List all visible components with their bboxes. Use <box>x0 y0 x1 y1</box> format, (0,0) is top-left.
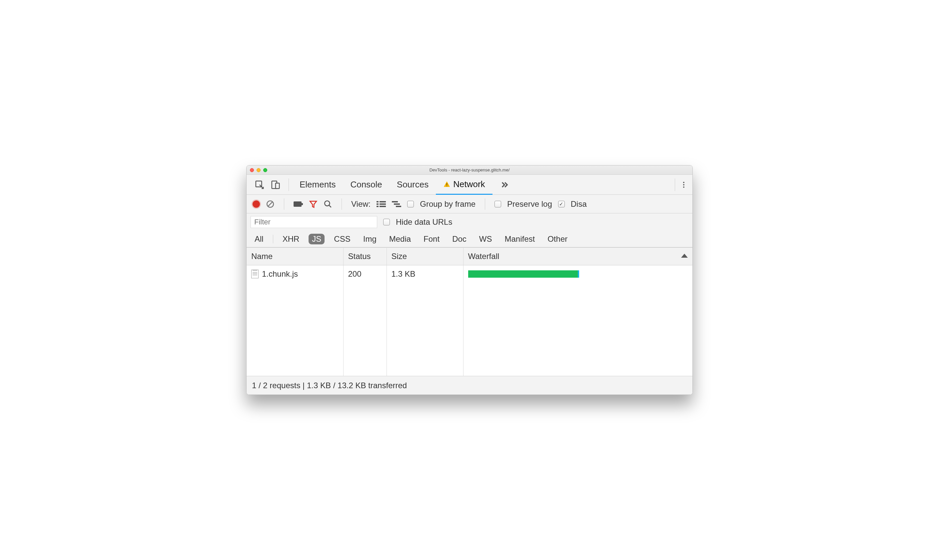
svg-rect-13 <box>376 206 379 207</box>
type-chip-js[interactable]: JS <box>308 234 325 245</box>
column-header-status[interactable]: Status <box>343 248 387 265</box>
hide-data-urls-label: Hide data URLs <box>396 217 452 227</box>
window-title: DevTools - react-lazy-suspense.glitch.me… <box>247 168 692 172</box>
column-header-size[interactable]: Size <box>387 248 463 265</box>
chevrons-right-icon <box>500 180 509 189</box>
preserve-log-label: Preserve log <box>507 199 552 209</box>
type-chip-doc[interactable]: Doc <box>449 234 470 245</box>
svg-rect-10 <box>379 201 386 202</box>
type-chip-css[interactable]: CSS <box>330 234 353 245</box>
type-chip-other[interactable]: Other <box>544 234 571 245</box>
tab-sources[interactable]: Sources <box>390 175 436 195</box>
request-size: 1.3 KB <box>387 265 463 283</box>
type-chip-ws[interactable]: WS <box>476 234 495 245</box>
titlebar: DevTools - react-lazy-suspense.glitch.me… <box>247 165 692 175</box>
filter-bar: Hide data URLs <box>247 214 692 231</box>
svg-rect-2 <box>276 183 279 188</box>
status-bar: 1 / 2 requests | 1.3 KB / 13.2 KB transf… <box>247 376 692 395</box>
waterfall-cell <box>463 265 692 283</box>
svg-rect-4 <box>447 186 447 186</box>
table-row[interactable]: 1.chunk.js 200 1.3 KB <box>247 265 692 283</box>
svg-rect-17 <box>396 206 401 207</box>
type-chip-font[interactable]: Font <box>420 234 443 245</box>
network-toolbar: View: Group by frame Preserve log ✓ Disa <box>247 195 692 214</box>
request-name: 1.chunk.js <box>262 269 298 278</box>
search-icon[interactable] <box>324 200 332 208</box>
clear-icon[interactable] <box>266 200 274 208</box>
inspect-icon[interactable] <box>254 180 265 190</box>
tab-console[interactable]: Console <box>343 175 389 195</box>
separator <box>675 178 675 191</box>
group-by-frame-checkbox[interactable] <box>407 201 414 208</box>
preserve-log-checkbox[interactable] <box>495 201 501 208</box>
filter-input[interactable] <box>251 216 377 228</box>
requests-table: Name Status Size Waterfall 1.chunk.js 20… <box>247 248 692 376</box>
capture-screenshots-icon[interactable] <box>294 200 303 208</box>
overview-icon[interactable] <box>392 200 401 208</box>
hide-data-urls-checkbox[interactable] <box>383 219 390 225</box>
disable-cache-checkbox[interactable]: ✓ <box>558 201 565 208</box>
svg-rect-12 <box>379 203 386 205</box>
svg-rect-11 <box>376 203 379 205</box>
file-icon <box>251 270 259 278</box>
device-toggle-icon[interactable] <box>271 180 281 190</box>
svg-rect-7 <box>302 203 303 205</box>
record-button[interactable] <box>253 200 260 208</box>
tab-network[interactable]: Network <box>436 175 492 195</box>
column-header-waterfall[interactable]: Waterfall <box>463 248 692 265</box>
svg-rect-14 <box>379 206 386 207</box>
more-menu-button[interactable] <box>678 182 689 188</box>
tabs-overflow-button[interactable] <box>492 175 517 195</box>
status-text: 1 / 2 requests | 1.3 KB / 13.2 KB transf… <box>252 381 407 390</box>
request-status: 200 <box>343 265 387 283</box>
disable-cache-label: Disa <box>571 199 587 209</box>
svg-rect-3 <box>447 183 447 185</box>
svg-rect-16 <box>394 203 400 205</box>
type-chip-manifest[interactable]: Manifest <box>501 234 538 245</box>
column-header-name[interactable]: Name <box>247 248 343 265</box>
panel-tabs: Elements Console Sources Network <box>247 175 692 195</box>
separator <box>288 178 289 191</box>
filter-toggle-icon[interactable] <box>309 200 318 208</box>
large-rows-icon[interactable] <box>376 200 386 208</box>
tab-elements[interactable]: Elements <box>292 175 343 195</box>
devtools-window: DevTools - react-lazy-suspense.glitch.me… <box>246 165 693 395</box>
svg-rect-6 <box>294 202 302 207</box>
resource-type-filters: All XHR JS CSS Img Media Font Doc WS Man… <box>247 231 692 248</box>
svg-point-8 <box>325 201 330 206</box>
type-chip-media[interactable]: Media <box>386 234 414 245</box>
svg-rect-15 <box>392 201 398 202</box>
view-label: View: <box>351 199 370 209</box>
sort-ascending-icon <box>681 254 688 258</box>
warning-icon <box>443 180 450 188</box>
type-chip-all[interactable]: All <box>251 234 267 245</box>
type-chip-img[interactable]: Img <box>360 234 380 245</box>
type-chip-xhr[interactable]: XHR <box>279 234 303 245</box>
group-by-frame-label: Group by frame <box>420 199 475 209</box>
svg-rect-9 <box>376 201 379 202</box>
